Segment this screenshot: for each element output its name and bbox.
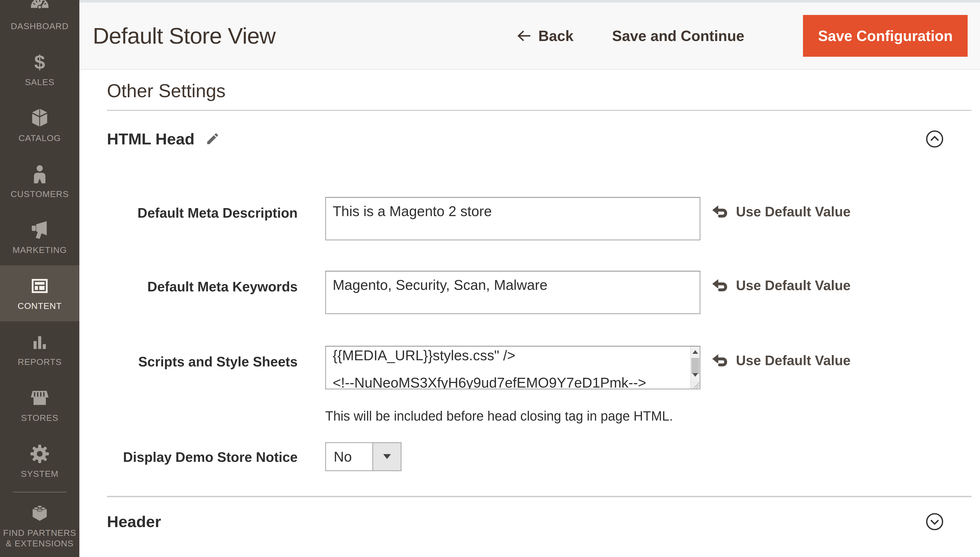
select-arrow-segment [372, 443, 401, 471]
edit-button[interactable] [205, 132, 220, 147]
header-actions: Back Save and Continue Save Configuratio… [517, 15, 968, 57]
sidebar-item-customers[interactable]: CUSTOMERS [0, 153, 80, 209]
person-icon [29, 163, 50, 185]
resize-grip-icon [693, 382, 699, 389]
meta-keywords-textarea[interactable]: Magento, Security, Scan, Malware [325, 271, 700, 314]
gear-icon [29, 443, 50, 464]
field-note: This will be included before head closin… [325, 409, 700, 424]
top-strip [80, 0, 980, 3]
dollar-icon: $ [29, 52, 50, 73]
scrollbar-up-button[interactable] [691, 347, 699, 357]
sidebar-item-label: CATALOG [16, 133, 63, 143]
sidebar-item-label: DASHBOARD [9, 21, 71, 31]
field-label: Default Meta Description [107, 197, 298, 221]
scripts-styles-textarea[interactable]: {{MEDIA_URL}}styles.css" /> <!--NuNeoMS3… [325, 346, 700, 389]
layout-icon [29, 275, 50, 296]
sidebar-item-content[interactable]: CONTENT [0, 265, 80, 321]
use-default-value-label: Use Default Value [736, 352, 851, 368]
undo-icon [712, 353, 728, 367]
sidebar-item-catalog[interactable]: CATALOG [0, 98, 80, 153]
gauge-icon [29, 0, 50, 17]
storefront-icon [29, 387, 50, 409]
pencil-icon [205, 132, 220, 146]
content-area: Other Settings HTML Head Default Meta De… [80, 70, 980, 557]
chevron-up-icon [926, 130, 944, 148]
textarea-line: {{MEDIA_URL}}styles.css" /> [333, 349, 674, 362]
sidebar-item-find-partners[interactable]: FIND PARTNERS & EXTENSIONS [0, 498, 80, 557]
use-default-value-link[interactable]: Use Default Value [712, 197, 851, 220]
back-button-label: Back [538, 27, 573, 44]
sidebar-item-label: REPORTS [16, 357, 64, 367]
sidebar-item-stores[interactable]: STORES [0, 377, 80, 433]
sidebar-nav: DASHBOARD $ SALES CATALOG CUSTOMERS [0, 0, 80, 557]
section-title: Other Settings [107, 79, 972, 103]
use-default-value-label: Use Default Value [736, 204, 851, 220]
form-row-scripts-styles: Scripts and Style Sheets {{MEDIA_URL}}st… [107, 346, 972, 424]
field-label: Scripts and Style Sheets [107, 346, 298, 370]
back-button[interactable]: Back [517, 27, 573, 44]
use-default-value-link[interactable]: Use Default Value [712, 271, 851, 293]
megaphone-icon [29, 220, 50, 241]
sidebar-item-reports[interactable]: REPORTS [0, 321, 80, 377]
box-icon [29, 107, 50, 129]
undo-icon [712, 278, 728, 292]
textarea-line: <!--NuNeoMS3XfyH6y9ud7efEMO9Y7eD1Pmk--> [333, 376, 674, 389]
sidebar-item-label: SALES [23, 77, 57, 88]
collapse-section-button[interactable] [926, 130, 944, 148]
use-default-value-link[interactable]: Use Default Value [712, 346, 851, 368]
form-row-meta-keywords: Default Meta Keywords Magento, Security,… [107, 271, 972, 314]
undo-icon [712, 205, 728, 218]
sidebar-item-label: MARKETING [10, 245, 69, 255]
group-title: HTML Head [107, 130, 195, 148]
sidebar-item-dashboard[interactable]: DASHBOARD [0, 0, 80, 42]
section-divider [107, 496, 972, 497]
triangle-down-icon [693, 373, 698, 377]
next-section-header: Header [107, 511, 972, 532]
use-default-value-label: Use Default Value [736, 277, 851, 293]
caret-down-icon [383, 454, 391, 459]
demo-store-notice-select[interactable]: No [325, 442, 401, 471]
triangle-up-icon [693, 350, 698, 354]
expand-section-button[interactable] [926, 513, 944, 531]
resize-grip[interactable] [691, 380, 699, 389]
sidebar-item-label: STORES [19, 413, 60, 423]
form-row-meta-description: Default Meta Description This is a Magen… [107, 197, 972, 240]
select-value: No [326, 443, 372, 471]
scrollbar-down-button[interactable] [691, 370, 699, 380]
magento-admin-app: DASHBOARD $ SALES CATALOG CUSTOMERS [0, 0, 980, 557]
sidebar-divider [13, 492, 67, 492]
plugin-icon [29, 502, 50, 523]
chevron-down-icon [926, 513, 944, 531]
main-area: Default Store View Back Save and Continu… [80, 0, 980, 557]
meta-description-textarea[interactable]: This is a Magento 2 store [325, 197, 700, 240]
sidebar-item-marketing[interactable]: MARKETING [0, 209, 80, 265]
sidebar-item-system[interactable]: SYSTEM [0, 433, 80, 489]
sidebar-item-label: CONTENT [15, 301, 64, 311]
form-row-demo-store-notice: Display Demo Store Notice No [107, 442, 972, 471]
section-divider [107, 110, 972, 111]
textarea-line-empty [333, 362, 674, 376]
field-label: Display Demo Store Notice [107, 442, 298, 466]
textarea-scrollbar[interactable] [690, 347, 699, 389]
sidebar-item-label: CUSTOMERS [8, 189, 71, 199]
group-header: HTML Head [107, 129, 972, 149]
page-header: Default Store View Back Save and Continu… [80, 3, 980, 70]
page-title: Default Store View [93, 23, 276, 49]
next-section-title: Header [107, 512, 161, 531]
bar-chart-icon [29, 331, 50, 352]
sidebar-item-label: FIND PARTNERS & EXTENSIONS [0, 528, 80, 549]
field-label: Default Meta Keywords [107, 271, 298, 295]
save-and-continue-button[interactable]: Save and Continue [612, 27, 744, 44]
sidebar-item-label: SYSTEM [19, 469, 60, 479]
save-configuration-button[interactable]: Save Configuration [803, 15, 968, 57]
sidebar: DASHBOARD $ SALES CATALOG CUSTOMERS [0, 0, 80, 557]
sidebar-item-sales[interactable]: $ SALES [0, 42, 80, 98]
back-arrow-icon [517, 30, 531, 42]
